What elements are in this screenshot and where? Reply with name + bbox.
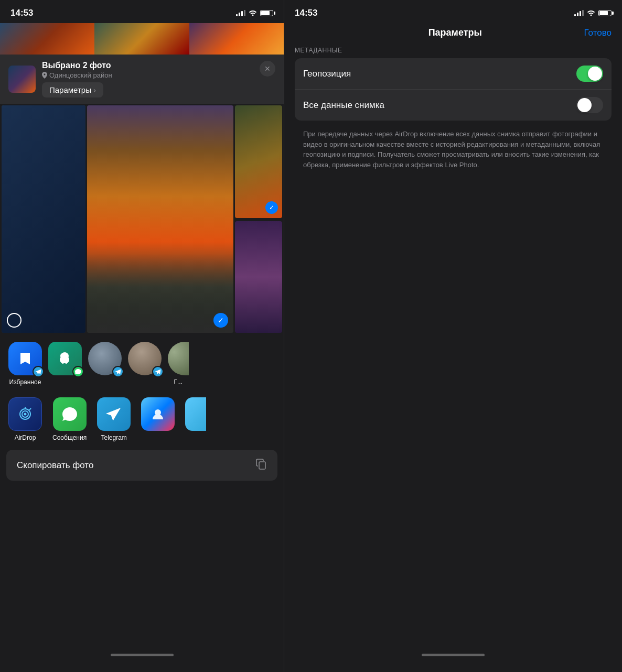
signal-icon-right [574,10,584,16]
status-icons-right [574,9,612,17]
copy-row[interactable]: Скопировать фото [6,450,277,481]
photo-4 [235,221,282,333]
params-button[interactable]: Параметры › [42,82,103,97]
time-left: 14:53 [10,8,33,18]
svg-line-4 [30,409,31,410]
app-telegram[interactable]: Telegram [97,397,131,441]
share-header: Выбрано 2 фото Одинцовский район Парамет… [0,55,284,104]
badge-telegram-2 [112,366,124,377]
messages-logo [61,405,79,423]
photo-col-mid: ✓ [87,105,233,333]
airdrop-logo [16,405,35,424]
toggle-knob-geo [588,67,602,81]
selection-circle-1[interactable] [7,313,22,328]
contact-label-favorite: Избранное [9,378,41,386]
close-button[interactable]: ✕ [260,61,275,77]
contact-person1[interactable] [88,342,122,386]
app-airdrop[interactable]: AirDrop [8,397,42,441]
app-row: AirDrop Сообщения Telegram [0,393,284,450]
contact-chatgpt[interactable] [48,342,82,386]
home-indicator-right [422,654,485,656]
telegram-icon [97,397,131,431]
contact-label-5: Г… [174,378,183,385]
settings-card: Геопозиция Все данные снимка [295,58,612,121]
blob1-icon [141,397,175,431]
left-panel: 14:53 Выбрано 2 фо [0,0,284,672]
share-title: Выбрано 2 фото [42,61,253,70]
share-info: Выбрано 2 фото Одинцовский район Парамет… [42,61,253,97]
photo-strip [0,23,284,55]
contact-person3[interactable]: Г… [168,342,189,386]
blob1-logo [150,406,166,422]
badge-telegram-3 [152,366,164,377]
whatsapp-badge [72,366,84,377]
geoposition-toggle[interactable] [576,66,603,82]
badge-telegram [33,366,44,377]
copy-label: Скопировать фото [17,460,93,471]
blob2-icon [185,397,206,431]
bookmark-icon [17,351,33,366]
setting-geoposition[interactable]: Геопозиция [295,58,612,89]
share-thumbnail [8,66,36,93]
wifi-icon [249,9,257,17]
chevron-icon: › [93,85,96,94]
battery-icon-right [598,10,612,16]
battery-icon [260,10,273,16]
app-label-messages: Сообщения [52,434,87,441]
setting-alldata[interactable]: Все данные снимка [295,89,612,121]
status-bar-right: 14:53 [284,0,622,23]
contact-favorite[interactable]: Избранное [8,342,42,386]
photo-col-left [2,105,85,333]
wifi-icon-right [587,9,595,17]
toggle-knob-alldata [577,98,592,112]
photo-grid: ✓ ✓ [0,104,284,334]
right-panel: 14:53 Параметры Готово МЕТАДАННЫЕ [284,0,622,672]
metadata-section: МЕТАДАННЫЕ Геопозиция Все данные снимка … [284,47,622,178]
telegram-logo [105,405,123,423]
copy-icon [255,458,267,472]
svg-rect-6 [259,462,265,469]
selection-check-2[interactable]: ✓ [213,313,228,328]
photo-2[interactable]: ✓ [87,105,233,333]
share-location: Одинцовский район [42,71,253,79]
geoposition-label: Геопозиция [303,69,351,79]
messages-icon [53,397,87,431]
time-right: 14:53 [295,8,317,18]
alldata-label: Все данные снимка [303,100,384,111]
app-label-airdrop: AirDrop [15,434,36,441]
alldata-toggle[interactable] [576,97,603,113]
person3-avatar [168,342,189,375]
chatgpt-icon [48,342,82,375]
setting-description: При передаче данных через AirDrop включе… [295,123,612,178]
bottom-bar-right [284,647,622,672]
airdrop-icon [8,397,42,431]
home-indicator-left [111,654,174,656]
app-label-telegram: Telegram [101,434,126,441]
svg-point-2 [24,413,27,416]
person-row: Избранное [0,334,284,393]
status-icons-left [236,9,273,17]
params-nav: Параметры Готово [284,23,622,47]
photo-1[interactable] [2,105,85,333]
app-messages[interactable]: Сообщения [52,397,87,441]
photo-col-right: ✓ [235,105,282,333]
app-blob1[interactable] [141,397,175,441]
selection-check-3[interactable]: ✓ [265,201,278,214]
chatgpt-logo [57,350,73,367]
favorite-icon [8,342,42,375]
signal-icon [236,10,245,16]
params-title: Параметры [428,27,482,38]
photo-3[interactable]: ✓ [235,105,282,218]
section-label-metadata: МЕТАДАННЫЕ [295,47,612,54]
done-button[interactable]: Готово [584,28,612,38]
status-bar-left: 14:53 [0,0,284,23]
bottom-bar-left [0,647,284,672]
contact-person2[interactable] [128,342,162,386]
app-blob2[interactable] [185,397,206,441]
